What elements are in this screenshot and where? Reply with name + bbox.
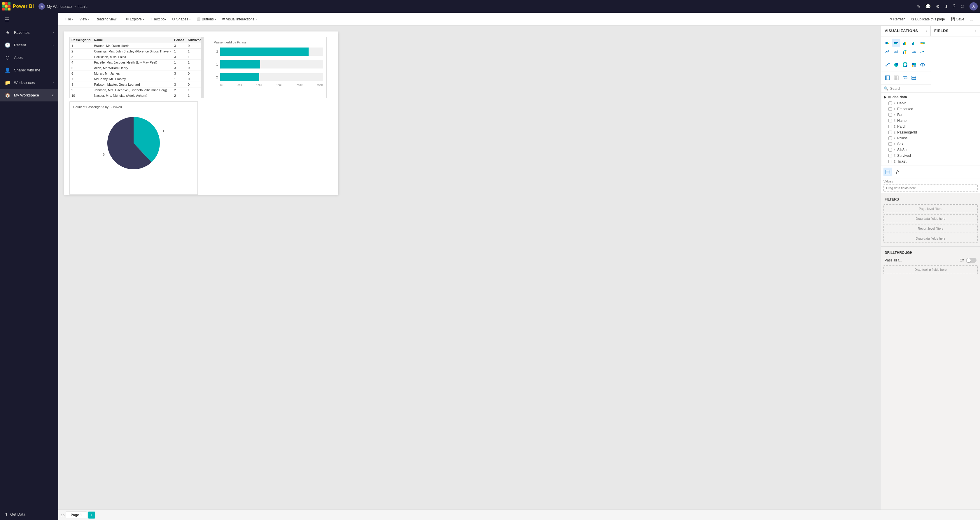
viz-matrix[interactable] [892,74,900,82]
breadcrumb-workspace[interactable]: My Workspace [47,5,72,9]
pie-chart[interactable]: Count of PassengerId by Survived 10 [69,101,198,195]
download-icon[interactable]: ⬇ [944,4,948,10]
table-row[interactable]: 5Allen, Mr. William Henry300male0 [70,65,204,71]
viz-clustered-column[interactable] [910,39,918,47]
x-axis-label: 0K [220,84,223,87]
field-item[interactable]: Σ Name [881,118,980,124]
bar-chart[interactable]: PassengerId by Pclass 3 1 2 0K50K100K150… [210,37,327,98]
viz-more[interactable]: ... [918,74,927,82]
breadcrumb-avatar: A [38,3,45,10]
viz-clustered-bar[interactable] [892,39,900,47]
add-page-btn[interactable]: + [88,512,95,518]
report-filter-drop[interactable]: Drag data fields here [883,234,978,243]
viz-ribbon[interactable] [910,48,918,55]
viz-panel-expand[interactable]: › [926,29,927,33]
viz-treemap[interactable] [910,60,918,69]
viz-table[interactable] [883,74,892,82]
viz-scatter[interactable] [883,60,892,69]
page-filter-drop[interactable]: Drag data fields here [883,214,978,223]
field-group-header[interactable]: ▶ ⊞ dss-data [881,94,980,100]
file-menu[interactable]: File ▾ [63,16,76,22]
field-item[interactable]: Σ PassengerId [881,129,980,135]
field-item[interactable]: Σ Parch [881,124,980,129]
page-tab-1[interactable]: Page 1 [65,512,87,518]
table-row[interactable]: 3Heikkinen, Miss. Laina310female0 [70,54,204,60]
view-menu[interactable]: View ▾ [77,16,92,22]
table-row[interactable]: 6Moran, Mr. James300male0 [70,71,204,76]
prev-page-btn[interactable]: ‹ [60,513,62,517]
viz-stacked-bar[interactable] [883,39,892,47]
field-item[interactable]: Σ Pclass [881,135,980,141]
table-row[interactable]: 10Nasser, Mrs. Nicholas (Adele Achem)210… [70,93,204,98]
viz-card[interactable]: 123 [901,74,909,82]
help-icon[interactable]: ? [953,4,956,9]
fields-tab[interactable] [883,168,892,176]
save-btn[interactable]: 💾 Save [948,16,967,22]
table-row[interactable]: 9Johnson, Mrs. Oscar W (Elisabeth Vilhel… [70,87,204,93]
fields-panel-expand[interactable]: › [975,29,977,33]
viz-area[interactable] [892,48,900,55]
reading-view-btn[interactable]: Reading view [93,16,119,22]
values-drop-zone[interactable]: Drag data fields here [883,184,978,192]
visual-interactions-btn[interactable]: ⇄ Visual interactions ▾ [220,16,259,22]
sidebar-item-workspaces[interactable]: 📁 Workspaces › [0,76,58,89]
table-row[interactable]: 4Futrelle, Mrs. Jacques Heath (Lily May … [70,60,204,65]
shapes-btn[interactable]: ⬡ Shapes ▾ [170,16,193,22]
hamburger-icon[interactable]: ☰ [5,17,10,22]
sidebar-item-shared[interactable]: 👤 Shared with me [0,64,58,76]
field-item[interactable]: Σ Embarked [881,106,980,112]
more-btn[interactable]: ... [968,16,975,22]
buttons-btn[interactable]: ⬜ Buttons ▾ [194,16,219,22]
viz-donut[interactable] [901,60,909,69]
chat-icon[interactable]: 💬 [925,4,931,10]
svg-point-21 [887,64,888,65]
toggle-track[interactable] [966,258,977,263]
field-checkbox [888,125,892,128]
waffle-icon[interactable] [2,2,11,11]
explore-btn[interactable]: ⊞ Explore ▾ [124,16,147,22]
table-scrollbar[interactable] [201,37,203,98]
data-table-container[interactable]: PassengerId Name Pclass Survived Parch S… [69,37,204,98]
viz-waterfall[interactable] [918,48,927,55]
table-row[interactable]: 1Braund, Mr. Owen Harris300male1 [70,43,204,49]
field-item[interactable]: Σ Fare [881,112,980,118]
field-item[interactable]: Σ Sex [881,141,980,147]
next-page-btn[interactable]: › [63,513,65,517]
field-item[interactable]: Σ SibSp [881,147,980,153]
textbox-btn[interactable]: T Text box [148,16,169,22]
settings-icon[interactable]: ⚙ [935,4,940,10]
sidebar-item-recent[interactable]: 🕐 Recent › [0,39,58,51]
smiley-icon[interactable]: ☺ [960,4,965,9]
viz-map[interactable] [918,60,927,69]
duplicate-btn[interactable]: ⧉ Duplicate this page [909,16,947,22]
myworkspace-icon: 🏠 [5,92,11,98]
refresh-label: Refresh [893,17,905,21]
viz-line-clustered[interactable] [901,48,909,55]
sidebar-get-data[interactable]: ⬆ Get Data [0,509,58,520]
table-row[interactable]: 8Palsson, Master. Gosta Leonard301male3 [70,82,204,87]
refresh-btn[interactable]: ↻ Refresh [887,16,908,22]
pencil-icon[interactable]: ✎ [917,4,921,10]
table-row[interactable]: 7McCarthy, Mr. Timothy J100male0 [70,76,204,82]
sidebar-item-favorites[interactable]: ★ Favorites › [0,26,58,39]
sidebar-item-apps[interactable]: ⬡ Apps [0,51,58,64]
viz-multicard[interactable] [910,74,918,82]
field-item[interactable]: Σ Cabin [881,100,980,106]
format-tab[interactable] [893,168,902,176]
field-item[interactable]: Σ Ticket [881,159,980,164]
viz-pie[interactable] [892,60,900,69]
svg-rect-11 [922,42,924,43]
fields-panel-title: FIELDS [934,29,948,33]
field-item[interactable]: Σ Survived [881,153,980,159]
sidebar-item-myworkspace[interactable]: 🏠 My Workspace ∨ [0,89,58,101]
viz-100-stacked-bar[interactable] [918,39,927,47]
viz-line[interactable] [883,48,892,55]
viz-stacked-column[interactable] [901,39,909,47]
fields-search-input[interactable] [890,87,978,90]
table-row[interactable]: 2Cumings, Mrs. John Bradley (Florence Br… [70,49,204,54]
drillthrough-toggle[interactable]: Off [959,258,977,263]
tooltip-drop[interactable]: Drag tooltip fields here [883,265,978,274]
user-avatar[interactable]: A [969,2,978,11]
sidebar-label-workspaces: Workspaces [14,81,35,85]
viz-sub-icons [881,166,980,178]
